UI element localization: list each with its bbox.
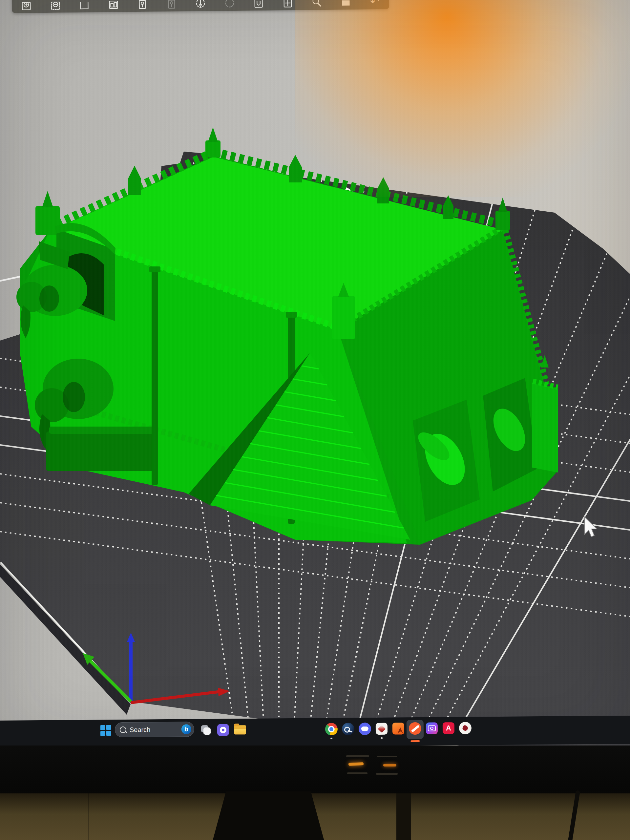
- bing-icon: b: [182, 724, 191, 734]
- place-on-face-icon[interactable]: [194, 0, 206, 9]
- search-icon[interactable]: [311, 0, 322, 8]
- white-round-app-icon[interactable]: [459, 722, 472, 735]
- split-to-parts-icon[interactable]: [281, 0, 293, 8]
- monitor-photo: RUSA i3 by: [0, 0, 630, 840]
- desk-shadow-strip: [396, 793, 411, 840]
- gem-app-icon[interactable]: [375, 722, 388, 735]
- remove-instance-icon[interactable]: [49, 0, 61, 11]
- bezel-label-row: [376, 773, 398, 775]
- task-view-button[interactable]: [199, 723, 213, 737]
- bezel-label-row: [347, 772, 368, 774]
- bezel-label-row: [346, 755, 369, 757]
- undo-icon[interactable]: ↶: [369, 0, 381, 8]
- orange-app-icon[interactable]: [392, 722, 405, 735]
- chrome-running-dot: [330, 737, 332, 739]
- search-icon: [120, 726, 126, 733]
- chrome-icon[interactable]: [325, 723, 338, 736]
- desk-crease: [88, 793, 89, 840]
- cable: [567, 790, 580, 840]
- search-label: Search: [129, 725, 182, 733]
- start-button[interactable]: [100, 725, 112, 736]
- add-instance-icon[interactable]: [21, 0, 32, 11]
- prusaslicer-active-underline: [411, 740, 420, 742]
- gem-running-dot: [381, 737, 382, 739]
- chat-app-icon[interactable]: [216, 723, 230, 737]
- arrange-icon[interactable]: [107, 0, 119, 10]
- steam-icon[interactable]: [341, 723, 355, 736]
- camera-app-icon[interactable]: [425, 722, 438, 735]
- file-explorer-icon[interactable]: [234, 723, 247, 736]
- red-app-icon[interactable]: A: [442, 722, 455, 735]
- split-to-objects-icon[interactable]: [253, 0, 264, 8]
- windows-taskbar: Search b: [0, 716, 630, 745]
- monitor-logo-glow: [349, 762, 363, 766]
- 3d-scene: RUSA i3 by: [0, 0, 630, 745]
- copy-icon[interactable]: [136, 0, 148, 10]
- prusaslicer-icon[interactable]: [409, 722, 422, 735]
- search-box[interactable]: Search b: [115, 722, 194, 737]
- paste-icon: [165, 0, 177, 9]
- variable-layer-height-icon[interactable]: [339, 0, 351, 8]
- bezel-label-row: [377, 756, 397, 757]
- desk-surface: [0, 793, 630, 840]
- monitor-bezel: [0, 745, 630, 793]
- delete-all-icon[interactable]: [79, 0, 90, 11]
- discord-icon[interactable]: [358, 722, 371, 735]
- seam-painting-icon: [223, 0, 235, 9]
- monitor-logo-glow: [383, 764, 396, 766]
- monitor-stand: [213, 791, 324, 840]
- slicer-viewport: RUSA i3 by: [0, 0, 630, 745]
